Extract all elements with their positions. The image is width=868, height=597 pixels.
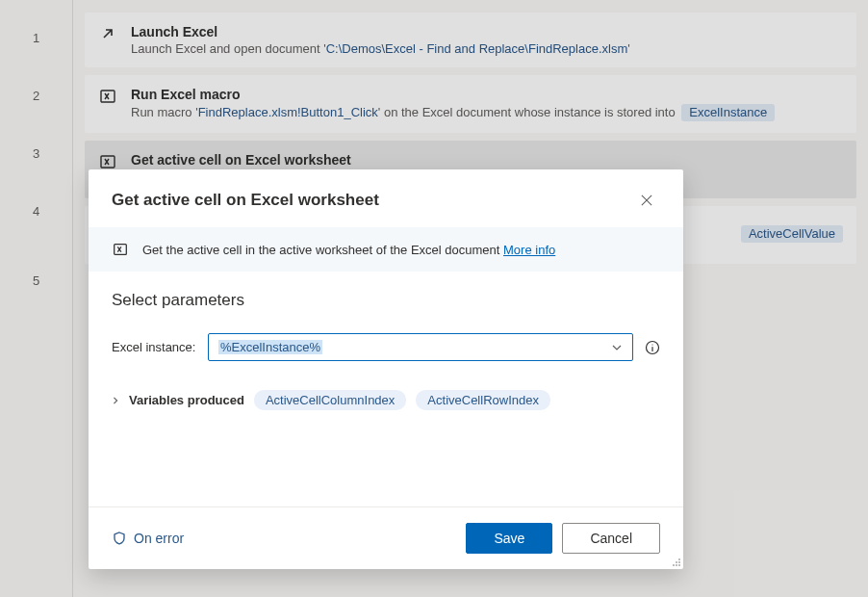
- variables-produced-label: Variables produced: [129, 393, 244, 407]
- close-button[interactable]: [633, 187, 660, 214]
- svg-point-9: [678, 558, 680, 560]
- param-label: Excel instance:: [112, 340, 198, 354]
- output-variable[interactable]: ActiveCellColumnIndex: [254, 390, 406, 410]
- param-excel-instance: Excel instance: %ExcelInstance%: [112, 333, 660, 361]
- svg-point-6: [678, 561, 680, 563]
- dialog-body: Select parameters Excel instance: %Excel…: [89, 272, 683, 506]
- info-bar: Get the active cell in the active worksh…: [89, 227, 683, 272]
- svg-point-8: [676, 561, 677, 563]
- select-value: %ExcelInstance%: [218, 340, 322, 354]
- section-title: Select parameters: [112, 291, 660, 310]
- chevron-down-icon: [611, 342, 623, 353]
- more-info-link[interactable]: More info: [503, 243, 555, 257]
- cancel-button[interactable]: Cancel: [562, 523, 660, 554]
- output-variable[interactable]: ActiveCellRowIndex: [416, 390, 550, 410]
- action-config-dialog: Get active cell on Excel worksheet Get t…: [89, 169, 683, 569]
- dialog-footer: On error Save Cancel: [89, 506, 683, 569]
- save-button[interactable]: Save: [466, 523, 552, 554]
- variables-produced-row[interactable]: Variables produced ActiveCellColumnIndex…: [112, 390, 660, 410]
- info-text: Get the active cell in the active worksh…: [142, 243, 555, 257]
- resize-grip[interactable]: [670, 556, 681, 567]
- dialog-header: Get active cell on Excel worksheet: [89, 169, 683, 227]
- on-error-link[interactable]: On error: [112, 531, 184, 546]
- svg-point-7: [673, 564, 675, 566]
- dialog-title: Get active cell on Excel worksheet: [112, 191, 379, 210]
- svg-point-4: [678, 564, 680, 566]
- excel-instance-select[interactable]: %ExcelInstance%: [208, 333, 633, 361]
- chevron-right-icon: [112, 397, 119, 404]
- excel-icon: [112, 241, 129, 258]
- shield-icon: [112, 531, 127, 546]
- info-icon[interactable]: [645, 340, 660, 355]
- svg-rect-2: [115, 245, 127, 255]
- svg-point-5: [676, 564, 677, 566]
